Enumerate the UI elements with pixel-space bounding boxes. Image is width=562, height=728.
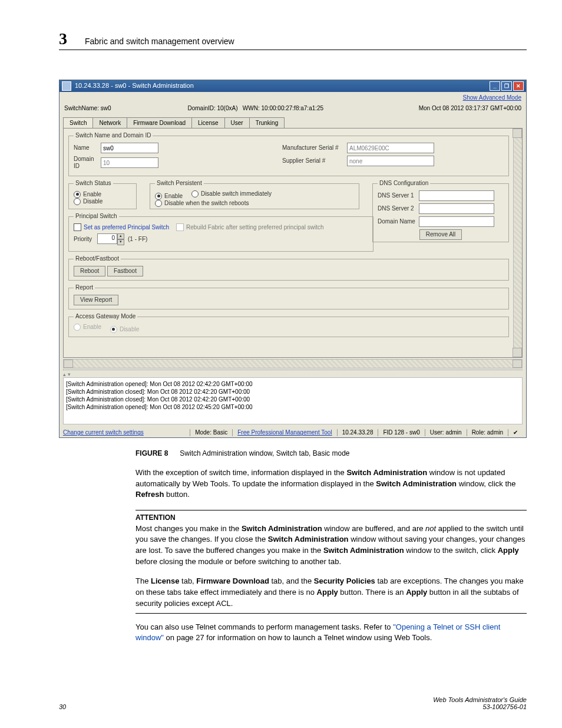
dns2-input[interactable] [419, 203, 494, 214]
status-enable-radio[interactable]: Enable [74, 191, 101, 198]
minimize-button[interactable]: _ [490, 81, 500, 91]
mfr-serial-label: Manufacturer Serial # [282, 144, 347, 151]
status-mode: Mode: Basic [190, 429, 232, 436]
tab-network[interactable]: Network [92, 117, 127, 129]
group-switch-persistent: Switch Persistent Enable Disable switch … [150, 180, 359, 209]
status-bar: Change current switch settings Mode: Bas… [59, 428, 526, 437]
horizontal-scrollbar[interactable] [63, 359, 523, 368]
dns1-input[interactable] [419, 190, 494, 201]
fastboot-button[interactable]: Fastboot [107, 266, 143, 276]
priority-range: (1 - FF) [128, 236, 147, 243]
status-fid: FID 128 - sw0 [378, 429, 424, 436]
status-disable-radio[interactable]: Disable [74, 198, 103, 205]
group-name-domain: Switch Name and Domain ID Name Domain ID [68, 132, 509, 176]
persist-enable-radio[interactable]: Enable [155, 193, 183, 200]
group-dns: DNS Configuration DNS Server 1 DNS Serve… [372, 180, 509, 242]
log-line: [Switch Administration closed]: Mon Oct … [66, 388, 520, 396]
set-preferred-label: Set as preferred Principal Switch [84, 224, 169, 231]
log-line: [Switch Administration opened]: Mon Oct … [66, 380, 520, 388]
ag-disable-radio: Disable [110, 326, 139, 333]
log-line: [Switch Administration closed]: Mon Oct … [66, 396, 520, 403]
persist-disable-imm-radio[interactable]: Disable switch immediately [191, 190, 272, 197]
chapter-title: Fabric and switch management overview [85, 37, 234, 46]
scroll-up-icon[interactable] [513, 129, 522, 138]
page-number: 30 [59, 703, 66, 710]
log-line: [Switch Administration opened]: Mon Oct … [66, 403, 520, 411]
figure-caption: FIGURE 8Switch Administration window, Sw… [135, 449, 527, 459]
dns2-label: DNS Server 2 [378, 205, 419, 212]
app-icon [62, 81, 71, 91]
view-report-button[interactable]: View Report [74, 295, 118, 305]
connected-icon: ✔ [508, 429, 523, 436]
page-footer: 30 Web Tools Administrator's Guide 53-10… [59, 696, 527, 710]
info-row: SwitchName: sw0 DomainID: 10(0xA) WWN: 1… [59, 104, 526, 117]
attention-heading: ATTENTION [135, 513, 527, 523]
remove-all-button[interactable]: Remove All [419, 229, 462, 240]
persist-disable-reboot-radio[interactable]: Disable when the switch reboots [155, 200, 249, 207]
change-settings-link[interactable]: Change current switch settings [63, 429, 190, 436]
free-tool-link[interactable]: Free Professional Management Tool [232, 429, 336, 436]
switch-name-input[interactable] [101, 143, 158, 153]
vertical-scrollbar[interactable] [513, 129, 522, 357]
group-switch-status: Switch Status Enable Disable [68, 180, 137, 209]
status-ip: 10.24.33.28 [337, 429, 378, 436]
status-user: User: admin [425, 429, 467, 436]
scroll-left-icon[interactable] [64, 360, 73, 368]
priority-label: Priority [74, 236, 97, 243]
mfr-serial-field [347, 143, 434, 153]
domain-id-input[interactable] [101, 157, 158, 168]
switch-admin-window: 10.24.33.28 - sw0 - Switch Administratio… [59, 80, 527, 438]
tab-firmware-download[interactable]: Firmware Download [127, 117, 192, 129]
ag-enable-radio: Enable [74, 324, 101, 331]
log-panel: [Switch Administration opened]: Mon Oct … [63, 377, 523, 424]
tab-trunking[interactable]: Trunking [249, 117, 285, 129]
rebuild-fabric-checkbox [176, 223, 184, 231]
restore-button[interactable]: ❐ [501, 81, 512, 91]
status-role: Role: admin [467, 429, 508, 436]
scroll-down-icon[interactable] [513, 348, 522, 357]
body-text: FIGURE 8Switch Administration window, Sw… [135, 449, 527, 644]
tab-license[interactable]: License [191, 117, 224, 129]
titlebar[interactable]: 10.24.33.28 - sw0 - Switch Administratio… [59, 80, 526, 92]
group-reboot: Reboot/Fastboot Reboot Fastboot [68, 255, 509, 281]
reboot-button[interactable]: Reboot [74, 266, 105, 276]
tab-content: Switch Name and Domain ID Name Domain ID [63, 128, 523, 358]
scroll-right-icon[interactable] [513, 360, 522, 368]
sup-serial-label: Supplier Serial # [282, 157, 347, 164]
splitter-handle[interactable]: ▴ ▾ [63, 370, 523, 378]
domain-id-label: Domain ID [74, 156, 101, 170]
tab-bar: Switch Network Firmware Download License… [59, 117, 526, 128]
rebuild-fabric-label: Rebuild Fabric after setting preferred p… [186, 224, 323, 231]
tab-switch[interactable]: Switch [63, 117, 93, 129]
priority-stepper[interactable]: 0 ▴▾ [97, 233, 124, 245]
group-report: Report View Report [68, 284, 509, 309]
domain-name-input[interactable] [419, 216, 494, 227]
close-button[interactable]: ✕ [513, 81, 524, 91]
chapter-number: 3 [59, 29, 67, 48]
set-preferred-checkbox[interactable] [74, 223, 81, 231]
advanced-mode-link[interactable]: Show Advanced Mode [59, 92, 526, 104]
chapter-header: 3 Fabric and switch management overview [59, 29, 527, 50]
tab-user[interactable]: User [224, 117, 250, 129]
group-ag-mode: Access Gateway Mode Enable Disable [68, 313, 509, 337]
dns1-label: DNS Server 1 [378, 192, 419, 199]
window-title: 10.24.33.28 - sw0 - Switch Administratio… [75, 82, 194, 90]
name-label: Name [74, 144, 101, 151]
sup-serial-field [347, 156, 434, 166]
domain-name-label: Domain Name [378, 218, 419, 225]
